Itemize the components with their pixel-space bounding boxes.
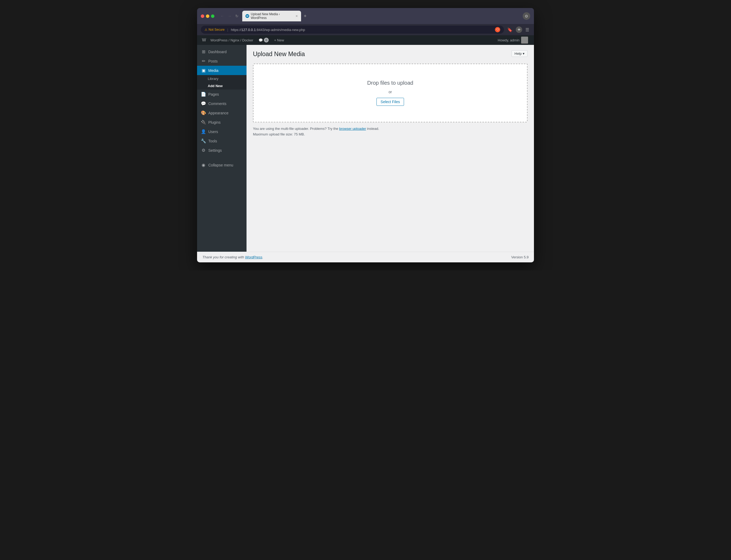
drop-text: Drop files to upload — [367, 80, 413, 86]
tab-close-button[interactable]: ✕ — [295, 14, 298, 18]
sidebar-label-users: Users — [208, 130, 218, 134]
active-tab[interactable]: W Upload New Media ‹ WordPress ✕ — [242, 11, 301, 21]
sidebar-item-posts[interactable]: ✏ Posts — [197, 56, 246, 66]
collapse-label: Collapse menu — [208, 163, 233, 167]
sidebar-item-plugins[interactable]: 🔌 Plugins — [197, 118, 246, 127]
dashboard-icon: ⊞ — [201, 49, 206, 54]
media-icon: ▣ — [201, 68, 206, 73]
sidebar-item-dashboard[interactable]: ⊞ Dashboard — [197, 47, 246, 56]
adminbar-comments[interactable]: 💬 0 — [256, 38, 271, 42]
wp-main: ⊞ Dashboard ✏ Posts ▣ Media Library Add … — [197, 45, 534, 252]
sidebar-label-pages: Pages — [208, 92, 219, 96]
browser-uploader-link[interactable]: browser uploader — [339, 127, 366, 131]
address-bar[interactable]: ⚠ Not Secure | https://127.0.0.1:8443/wp… — [201, 26, 504, 34]
plugins-icon: 🔌 — [201, 120, 206, 125]
max-upload-label: Maximum upload file size: 75 MB. — [253, 132, 528, 136]
sidebar-label-settings: Settings — [208, 148, 222, 153]
sidebar-collapse-menu[interactable]: ◉ Collapse menu — [197, 160, 246, 170]
sidebar-label-tools: Tools — [208, 139, 217, 143]
sidebar-label-comments: Comments — [208, 102, 226, 106]
footer-thank-you: Thank you for creating with WordPress. — [202, 255, 263, 259]
warning-icon: ⚠ — [204, 28, 207, 32]
sidebar-item-tools[interactable]: 🔧 Tools — [197, 136, 246, 146]
tab-bar: W Upload New Media ‹ WordPress ✕ + — [242, 11, 518, 21]
brave-shield-icon: 🛡 — [495, 27, 500, 32]
wp-footer: Thank you for creating with WordPress. V… — [197, 252, 534, 262]
footer-version: Version 5.9 — [511, 255, 529, 259]
wordpress-link[interactable]: WordPress — [245, 255, 262, 259]
select-files-button[interactable]: Select Files — [377, 98, 404, 106]
sidebar-item-pages[interactable]: 📄 Pages — [197, 90, 246, 99]
pages-icon: 📄 — [201, 92, 206, 97]
sidebar-item-media[interactable]: ▣ Media — [197, 66, 246, 75]
tools-icon: 🔧 — [201, 138, 206, 143]
help-button[interactable]: Help ▾ — [512, 50, 528, 57]
wp-sidebar: ⊞ Dashboard ✏ Posts ▣ Media Library Add … — [197, 45, 246, 252]
brave-rewards-button[interactable]: 👁 — [516, 26, 522, 33]
adminbar-user[interactable]: Howdy, admin — [495, 37, 531, 44]
appearance-icon: 🎨 — [201, 110, 206, 115]
wp-layout: W WordPress / Nginx / Docker 💬 0 + New H… — [197, 35, 534, 262]
adminbar-new[interactable]: + New — [271, 38, 286, 42]
sidebar-label-plugins: Plugins — [208, 120, 220, 125]
sidebar-item-users[interactable]: 👤 Users — [197, 127, 246, 136]
hamburger-menu-button[interactable]: ☰ — [524, 26, 530, 33]
sidebar-label-appearance: Appearance — [208, 111, 229, 115]
tab-favicon: W — [245, 14, 249, 18]
comments-icon: 💬 — [201, 101, 206, 106]
admin-avatar — [521, 37, 528, 44]
settings-icon: ⚙ — [201, 148, 206, 153]
sidebar-label-media: Media — [208, 68, 218, 73]
media-submenu: Library Add New — [197, 75, 246, 90]
close-button[interactable] — [201, 14, 204, 18]
upload-info: You are using the multi-file uploader. P… — [253, 127, 528, 131]
tab-title: Upload New Media ‹ WordPress — [251, 12, 294, 20]
security-warning: ⚠ Not Secure — [204, 28, 224, 32]
sidebar-item-settings[interactable]: ⚙ Settings — [197, 146, 246, 155]
forward-button[interactable]: → — [227, 13, 233, 19]
wp-content: Upload New Media Help ▾ Drop files to up… — [246, 45, 534, 252]
browser-titlebar: ← → ↻ W Upload New Media ‹ WordPress ✕ +… — [197, 8, 534, 24]
sidebar-item-comments[interactable]: 💬 Comments — [197, 99, 246, 108]
comments-count: 0 — [264, 38, 269, 42]
sidebar-subitem-add-new[interactable]: Add New — [197, 82, 246, 90]
back-button[interactable]: ← — [219, 13, 225, 19]
adminbar-right: Howdy, admin — [495, 37, 531, 44]
help-label: Help — [515, 52, 522, 56]
sidebar-item-appearance[interactable]: 🎨 Appearance — [197, 108, 246, 118]
address-separator: | — [227, 28, 228, 32]
reload-button[interactable]: ↻ — [234, 13, 239, 19]
browser-toolbar: ⚠ Not Secure | https://127.0.0.1:8443/wp… — [197, 24, 534, 35]
bookmark-button[interactable]: 🔖 — [506, 26, 514, 33]
traffic-lights — [201, 14, 214, 18]
minimize-button[interactable] — [206, 14, 209, 18]
sidebar-label-posts: Posts — [208, 59, 218, 63]
adminbar-site-name[interactable]: WordPress / Nginx / Docker — [208, 35, 256, 45]
comment-icon: 💬 — [258, 38, 263, 42]
sidebar-label-dashboard: Dashboard — [208, 50, 227, 54]
new-tab-button[interactable]: + — [302, 13, 308, 20]
wp-logo[interactable]: W — [200, 36, 208, 44]
sidebar-subitem-library[interactable]: Library — [197, 75, 246, 82]
browser-nav: ← → ↻ — [219, 13, 239, 19]
toolbar-right: 🔖 👁 ☰ — [506, 26, 530, 33]
or-text: or — [389, 90, 392, 94]
content-header: Upload New Media Help ▾ — [253, 50, 528, 58]
posts-icon: ✏ — [201, 59, 206, 64]
collapse-icon: ◉ — [201, 162, 206, 168]
wp-adminbar: W WordPress / Nginx / Docker 💬 0 + New H… — [197, 35, 534, 45]
browser-menu-icon: ⊙ — [523, 12, 530, 20]
page-title: Upload New Media — [253, 50, 305, 58]
upload-dropzone[interactable]: Drop files to upload or Select Files — [253, 64, 528, 122]
help-arrow-icon: ▾ — [523, 52, 525, 56]
maximize-button[interactable] — [211, 14, 214, 18]
users-icon: 👤 — [201, 129, 206, 134]
address-text: https://127.0.0.1:8443/wp-admin/media-ne… — [231, 28, 305, 32]
